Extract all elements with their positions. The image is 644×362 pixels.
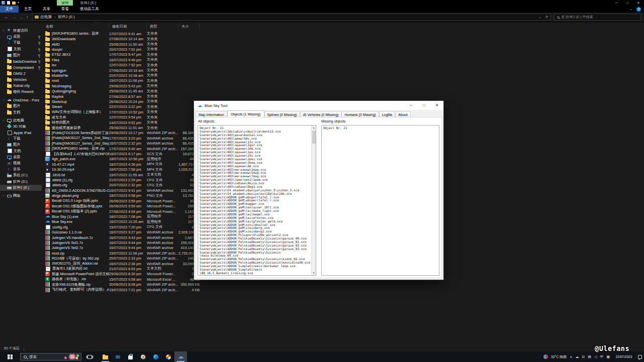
sidebar-item[interactable]: 系统 (C:) bbox=[0, 172, 42, 178]
menu-主页[interactable]: 主页 bbox=[19, 6, 37, 13]
all-objects-scrollbar[interactable]: ▲ ▼ bbox=[311, 126, 316, 275]
sidebar-item[interactable]: 视频 bbox=[0, 160, 42, 166]
address-bar[interactable]: 此电脑›软件2 (E:) ⌄ ⟳ bbox=[32, 14, 551, 21]
explorer-search-input[interactable]: 在 软件2 (E:) 中搜索 bbox=[554, 14, 641, 21]
taskbar-app-task-view[interactable] bbox=[83, 351, 96, 362]
file-row[interactable]: mod15/07/2023 11:08 pm文件夹 bbox=[43, 78, 644, 83]
file-row[interactable]: 金旅XML6115免费版.zip30/06/2023 8:08 pmWinRAR… bbox=[43, 282, 644, 287]
taskbar-app-edge[interactable] bbox=[149, 351, 162, 362]
sidebar-item[interactable]: 下载 bbox=[0, 136, 42, 142]
sidebar-item[interactable]: 软件 (D:) bbox=[0, 179, 42, 185]
sidebar-item[interactable]: 3D 对象 bbox=[0, 124, 42, 130]
contextual-tab-manage[interactable]: 管理 bbox=[57, 0, 73, 6]
onedrive-tray-icon[interactable]: ☁ bbox=[575, 355, 579, 359]
usb-tray-icon[interactable]: ▤ bbox=[588, 355, 591, 359]
menu-查看[interactable]: 查看 bbox=[56, 6, 74, 13]
qat-new-folder-icon[interactable] bbox=[12, 2, 16, 5]
sidebar-item[interactable]: OMSI 2 bbox=[0, 70, 42, 76]
volume-icon[interactable]: ◁ bbox=[594, 355, 597, 359]
taskbar-app-blue-sky-tool[interactable] bbox=[174, 351, 187, 362]
chevron-down-icon[interactable]: ˅ bbox=[3, 119, 6, 122]
dialog-titlebar[interactable]: ☁ Blue Sky Tool ─□✕ bbox=[194, 101, 443, 110]
file-row[interactable]: lupingjun27/06/2023 10:18 am文件夹 bbox=[43, 68, 644, 73]
breadcrumb-segment[interactable]: 此电脑 bbox=[41, 15, 52, 20]
sidebar-item[interactable]: 文档 bbox=[0, 46, 42, 52]
sidebar-item[interactable]: baiduDownload bbox=[0, 58, 42, 64]
hidden-icons-chevron[interactable]: ∧ bbox=[570, 355, 572, 359]
file-row[interactable]: [SKRJHP6180G series - 副本17/07/2023 9:41 … bbox=[43, 31, 644, 36]
address-dropdown-icon[interactable]: ⌄ bbox=[538, 15, 541, 19]
column-header-name[interactable]: 名称 bbox=[43, 24, 109, 30]
menu-驱动器工具[interactable]: 驱动器工具 bbox=[74, 6, 105, 13]
file-row[interactable]: ETS2 JBX317/07/2023 5:47 pm文件夹 bbox=[43, 52, 644, 57]
sidebar-item[interactable]: 桌面 bbox=[0, 154, 42, 160]
file-row[interactable]: AMD25/06/2023 11:50 am文件夹 bbox=[43, 42, 644, 47]
sidebar-item[interactable]: 音乐 bbox=[0, 166, 42, 172]
clock-date[interactable]: 22/07/2023 bbox=[613, 355, 635, 358]
up-button[interactable]: ↑ bbox=[26, 15, 29, 20]
sidebar-item[interactable]: 下载 bbox=[0, 40, 42, 46]
file-row[interactable]: 飞行模式、复制即可（内带说明）.zip15/07/2023 7:21 pmWin… bbox=[43, 287, 644, 292]
qat-properties-icon[interactable] bbox=[7, 1, 10, 5]
file-row[interactable]: Files16/07/2023 9:46 pm文件夹 bbox=[43, 57, 644, 62]
scroll-down-icon[interactable]: ▼ bbox=[312, 271, 316, 275]
sidebar-item[interactable]: 图片 bbox=[0, 52, 42, 58]
sidebar-section-quick-access[interactable]: ˅快速访问 bbox=[0, 28, 42, 34]
file-row[interactable]: iso12/07/2023 7:52 pm文件夹 bbox=[43, 62, 644, 67]
sidebar-item[interactable]: 文档 bbox=[0, 148, 42, 154]
menu-共享[interactable]: 共享 bbox=[37, 6, 56, 13]
touch-keyboard-icon[interactable]: ▦ bbox=[606, 355, 610, 359]
sidebar-item[interactable]: Compressed bbox=[0, 64, 42, 70]
weather-icon[interactable] bbox=[543, 354, 548, 359]
taskbar-app-store[interactable] bbox=[124, 351, 137, 362]
dialog-close-button[interactable]: ✕ bbox=[430, 101, 443, 110]
column-header-modified[interactable]: 修改日期 bbox=[109, 24, 147, 30]
file-row[interactable]: MobileFile20/07/2023 10:08 am文件夹 bbox=[43, 73, 644, 78]
sidebar-item[interactable]: Xiahai city bbox=[0, 83, 42, 89]
sidebar-item[interactable]: 图片 bbox=[0, 142, 42, 148]
weather-text[interactable]: 32°C 阵雨 bbox=[551, 354, 567, 359]
all-objects-textbox[interactable]: Object Nr. 21 Sceneryobjects\3dstudio\in… bbox=[198, 125, 316, 276]
taskbar-search-input[interactable]: 搜索 bbox=[20, 353, 81, 360]
sidebar-section-network[interactable]: ˅网络 bbox=[0, 193, 42, 199]
help-icon[interactable]: ? bbox=[636, 7, 641, 12]
ime-chinese-indicator[interactable]: 中 bbox=[600, 354, 603, 359]
taskbar-app-file-explorer[interactable] bbox=[99, 351, 112, 362]
sidebar-item[interactable]: 柳州 Rework bbox=[0, 89, 42, 95]
scrollbar-thumb[interactable] bbox=[312, 131, 316, 144]
back-button[interactable]: ← bbox=[4, 15, 9, 20]
file-row[interactable]: NeoImaging29/06/2023 5:43 pm文件夹 bbox=[43, 83, 644, 88]
dialog-maximize-button[interactable]: □ bbox=[417, 101, 430, 110]
start-button[interactable] bbox=[0, 351, 20, 362]
maximize-button[interactable]: □ bbox=[622, 0, 633, 6]
recent-locations-chevron[interactable]: ⌄ bbox=[20, 15, 23, 20]
menu-文件[interactable]: 文件 bbox=[0, 6, 19, 13]
sidebar-item[interactable]: 文档 bbox=[0, 109, 42, 115]
tab-objects-1-missing-[interactable]: Objects (1 Missing) bbox=[227, 110, 264, 117]
chevron-down-icon[interactable]: ˅ bbox=[3, 29, 6, 32]
sidebar-item[interactable]: 软件2 (E:) bbox=[0, 185, 42, 191]
minimize-button[interactable]: ─ bbox=[611, 0, 622, 6]
chevron-down-icon[interactable]: ˅ bbox=[3, 98, 6, 101]
scroll-up-icon[interactable]: ▲ bbox=[312, 126, 316, 130]
file-row[interactable]: Raylink27/06/2023 8:57 am文件夹 bbox=[43, 94, 644, 99]
taskbar-app-mail[interactable] bbox=[112, 351, 124, 362]
sidebar-section-this-pc[interactable]: ˅此电脑 bbox=[0, 117, 42, 124]
sidebar-item[interactable]: Apple iPad bbox=[0, 130, 42, 136]
sidebar-item[interactable]: Vehicles bbox=[0, 77, 42, 83]
action-center-icon[interactable] bbox=[638, 355, 642, 359]
breadcrumb-segment[interactable]: 软件2 (E:) bbox=[58, 15, 74, 20]
qat-chevron-icon[interactable]: ▾ bbox=[18, 1, 19, 5]
ribbon-collapse-icon[interactable]: ⌄ bbox=[629, 7, 632, 11]
file-row[interactable]: Qudongjingling25/06/2023 11:45 am文件夹 bbox=[43, 88, 644, 93]
missing-objects-textbox[interactable]: Object Nr. 21 bbox=[321, 125, 439, 276]
file-row[interactable]: douyin20/07/2023 7:51 pm文件夹 bbox=[43, 47, 644, 52]
column-header-size[interactable]: 大小 bbox=[178, 24, 200, 30]
column-header-type[interactable]: 类型 bbox=[147, 24, 178, 30]
forward-button[interactable]: → bbox=[12, 15, 17, 20]
dialog-minimize-button[interactable]: ─ bbox=[404, 101, 417, 110]
sidebar-item[interactable]: 图片 bbox=[0, 103, 42, 109]
sidebar-section-onedrive[interactable]: ˅OneDrive - Person bbox=[0, 97, 42, 103]
file-row[interactable]: 360Downloads27/06/2023 10:14 am文件夹 bbox=[43, 36, 644, 41]
taskbar-app-chrome[interactable] bbox=[137, 351, 149, 362]
